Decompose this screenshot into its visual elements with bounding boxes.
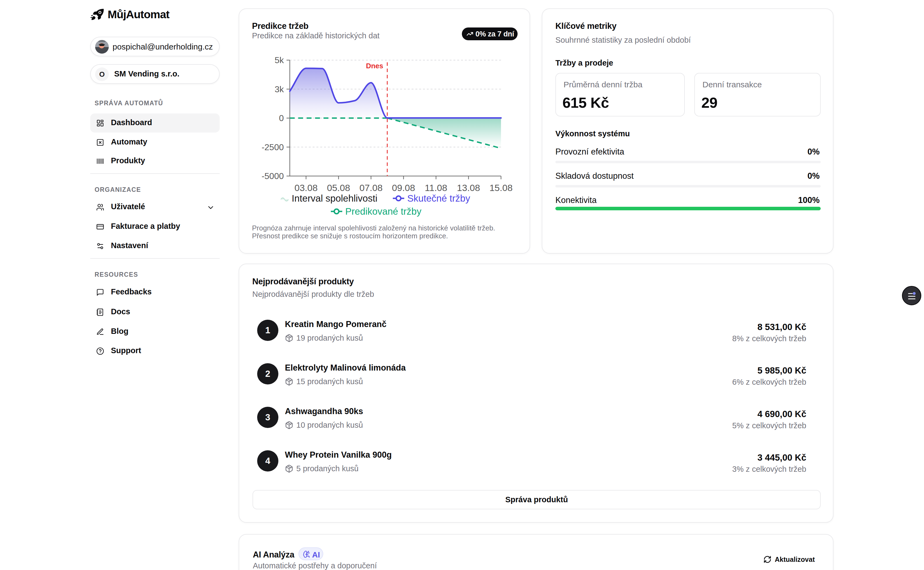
svg-text:3k: 3k (275, 84, 284, 94)
svg-text:Interval spolehlivosti: Interval spolehlivosti (292, 193, 377, 204)
svg-text:0: 0 (279, 113, 284, 123)
svg-text:09.08: 09.08 (392, 182, 415, 193)
svg-text:07.08: 07.08 (359, 182, 382, 193)
svg-text:15.08: 15.08 (489, 182, 512, 193)
svg-text:03.08: 03.08 (295, 182, 318, 193)
svg-text:5k: 5k (275, 55, 284, 65)
svg-text:-5000: -5000 (261, 171, 284, 181)
svg-text:Dnes: Dnes (366, 62, 383, 70)
svg-text:11.08: 11.08 (425, 182, 447, 193)
svg-text:13.08: 13.08 (457, 182, 480, 193)
svg-text:Skutečné tržby: Skutečné tržby (407, 193, 470, 204)
svg-text:Predikované tržby: Predikované tržby (345, 206, 422, 216)
svg-text:05.08: 05.08 (327, 182, 350, 193)
svg-text:-2500: -2500 (261, 142, 284, 152)
